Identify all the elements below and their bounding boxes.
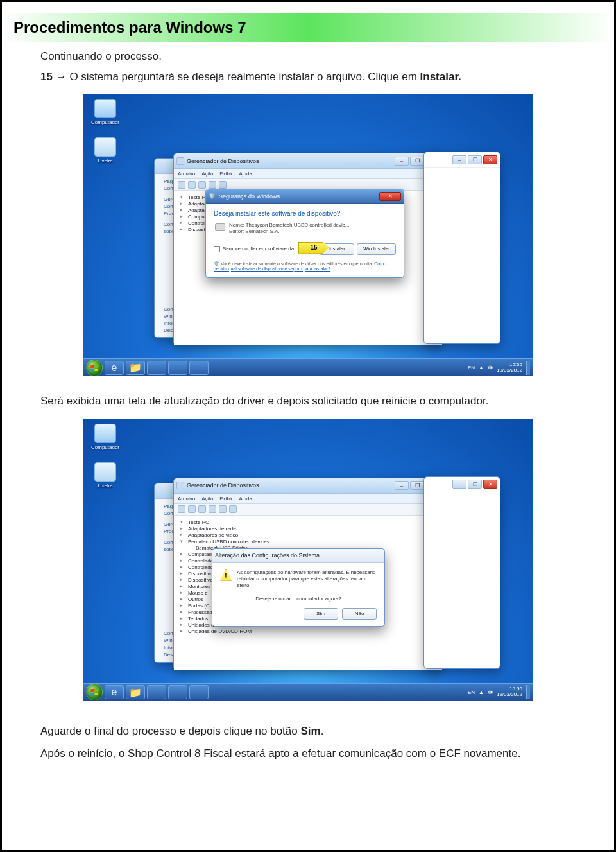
maximize-button[interactable]: ❐ bbox=[410, 157, 424, 166]
intro-paragraph: Continuando o processo. bbox=[40, 48, 576, 65]
computer-icon bbox=[94, 424, 116, 443]
menu-item[interactable]: Arquivo bbox=[178, 496, 195, 501]
menu-item[interactable]: Arquivo bbox=[178, 171, 195, 177]
menu-item[interactable]: Exibir bbox=[219, 496, 232, 501]
taskbar-button-app[interactable] bbox=[147, 361, 166, 375]
taskbar-button-explorer[interactable]: 📁 bbox=[126, 685, 145, 699]
window-toolbar[interactable] bbox=[174, 504, 442, 516]
window-menubar[interactable]: Arquivo Ação Exibir Ajuda bbox=[174, 494, 442, 504]
section-title-bar: Procedimentos para Windows 7 bbox=[2, 13, 614, 42]
dialog-titlebar[interactable]: Alteração das Configurações do Sistema bbox=[212, 549, 384, 563]
start-button[interactable] bbox=[86, 360, 103, 376]
tray-clock[interactable]: 15:55 19/03/2012 bbox=[497, 362, 522, 374]
taskbar-button-app[interactable] bbox=[168, 361, 187, 375]
blank-window[interactable]: –❐✕ bbox=[424, 476, 501, 669]
step-arrow: → bbox=[53, 71, 69, 83]
toolbar-icon[interactable] bbox=[209, 181, 216, 189]
checkbox-icon[interactable] bbox=[214, 246, 220, 252]
taskbar-button-explorer[interactable]: 📁 bbox=[126, 361, 145, 375]
end-paragraph-2: Após o reinício, o Shop Control 8 Fiscal… bbox=[40, 745, 576, 762]
window-titlebar[interactable]: Gerenciador de Dispositivos –❐✕ bbox=[174, 153, 442, 169]
yes-button[interactable]: Sim bbox=[304, 608, 338, 620]
driver-icon bbox=[215, 223, 225, 231]
step-text: O sistema perguntará se deseja realmente… bbox=[69, 71, 420, 83]
toolbar-icon[interactable] bbox=[178, 505, 185, 513]
minimize-button[interactable]: – bbox=[395, 481, 409, 490]
window-title: Gerenciador de Dispositivos bbox=[187, 482, 259, 489]
windows-logo-icon bbox=[90, 365, 98, 371]
menu-item[interactable]: Ajuda bbox=[239, 171, 252, 177]
taskbar[interactable]: e 📁 EN ▲ 🕪 15:56 19/03/2012 bbox=[83, 683, 533, 701]
tray-lang[interactable]: EN bbox=[468, 365, 475, 370]
taskbar[interactable]: e 📁 EN ▲ 🕪 15:55 19/03/2012 bbox=[83, 358, 533, 376]
toolbar-icon[interactable] bbox=[198, 181, 206, 189]
section-title: Procedimentos para Windows 7 bbox=[13, 19, 246, 37]
shield-icon: 🛡️ bbox=[214, 261, 221, 266]
blank-window[interactable]: –❐✕ bbox=[424, 152, 501, 344]
taskbar-button-app[interactable] bbox=[168, 685, 187, 699]
tray-icon[interactable]: 🕪 bbox=[488, 690, 493, 695]
tray-icon[interactable]: ▲ bbox=[479, 690, 484, 695]
desktop-icon-trash[interactable]: Lixeira bbox=[87, 462, 123, 489]
toolbar-icon[interactable] bbox=[229, 505, 237, 513]
tray-icon[interactable]: ▲ bbox=[479, 365, 484, 370]
window-titlebar[interactable]: Gerenciador de Dispositivos –❐✕ bbox=[174, 478, 442, 494]
toolbar-icon[interactable] bbox=[188, 505, 196, 513]
start-button[interactable] bbox=[86, 684, 103, 700]
dont-install-button[interactable]: Não Instalar bbox=[357, 243, 396, 255]
screenshot-2-wrap: Computador Lixeira –❐✕ Página Cont Gere … bbox=[2, 419, 614, 701]
window-title: Gerenciador de Dispositivos bbox=[187, 158, 259, 164]
tree-node[interactable]: Adaptadores de rede bbox=[179, 526, 437, 532]
dialog-question: Deseja instalar este software de disposi… bbox=[214, 210, 396, 217]
toolbar-icon[interactable] bbox=[209, 505, 216, 513]
trust-checkbox[interactable]: Sempre confiar em software da bbox=[214, 246, 294, 252]
dialog-titlebar[interactable]: 🛡️Segurança do Windows ✕ bbox=[206, 189, 404, 204]
tray-clock[interactable]: 15:56 19/03/2012 bbox=[497, 686, 522, 698]
restart-dialog[interactable]: Alteração das Configurações do Sistema !… bbox=[212, 548, 385, 627]
windows-logo-icon bbox=[90, 689, 98, 695]
taskbar-button-ie[interactable]: e bbox=[105, 685, 124, 699]
step-15-paragraph: 15 → O sistema perguntará se deseja real… bbox=[40, 69, 576, 85]
toolbar-icon[interactable] bbox=[219, 505, 227, 513]
tree-node[interactable]: Bematech USBD controlled devices bbox=[179, 539, 437, 545]
trash-icon bbox=[94, 137, 116, 157]
toolbar-icon[interactable] bbox=[219, 181, 227, 189]
menu-item[interactable]: Ajuda bbox=[239, 496, 252, 501]
driver-info: Nome: Thesycon Bematech USBD controlled … bbox=[229, 222, 396, 236]
window-titlebar[interactable]: –❐✕ bbox=[424, 152, 500, 168]
menu-item[interactable]: Ação bbox=[201, 496, 213, 501]
taskbar-button-app[interactable] bbox=[189, 361, 209, 375]
toolbar-icon[interactable] bbox=[198, 505, 206, 513]
security-dialog[interactable]: 🛡️Segurança do Windows ✕ Deseja instalar… bbox=[205, 189, 404, 278]
desktop-icon-trash[interactable]: Lixeira bbox=[87, 137, 123, 164]
window-menubar[interactable]: Arquivo Ação Exibir Ajuda bbox=[174, 169, 442, 179]
tray-lang[interactable]: EN bbox=[468, 690, 475, 695]
close-button[interactable]: ✕ bbox=[379, 192, 401, 201]
taskbar-button-app[interactable] bbox=[147, 685, 166, 699]
menu-item[interactable]: Exibir bbox=[219, 171, 232, 177]
minimize-button[interactable]: – bbox=[395, 157, 409, 166]
taskbar-button-ie[interactable]: e bbox=[105, 361, 124, 375]
desktop-icon-computer[interactable]: Computador bbox=[87, 99, 123, 125]
desktop-icon-computer[interactable]: Computador bbox=[87, 424, 123, 450]
toolbar-icon[interactable] bbox=[188, 181, 196, 189]
show-desktop-button[interactable] bbox=[526, 361, 530, 375]
menu-item[interactable]: Ação bbox=[201, 171, 213, 177]
desktop-icon-label: Computador bbox=[87, 444, 123, 450]
desktop-icon-label: Lixeira bbox=[87, 483, 123, 489]
show-desktop-button[interactable] bbox=[526, 685, 530, 699]
tray-icon[interactable]: 🕪 bbox=[488, 365, 493, 370]
tree-root[interactable]: Teste-PC bbox=[179, 519, 437, 526]
tree-node[interactable]: Unidades de DVD/CD-ROM bbox=[179, 629, 437, 635]
maximize-button[interactable]: ❐ bbox=[410, 481, 424, 490]
no-button[interactable]: Não bbox=[342, 608, 377, 620]
screenshot-2: Computador Lixeira –❐✕ Página Cont Gere … bbox=[83, 419, 533, 701]
taskbar-button-app[interactable] bbox=[189, 685, 209, 699]
computer-icon bbox=[94, 99, 116, 118]
callout-label: 15 bbox=[310, 244, 317, 251]
body-text-block-3: Aguarde o final do processo e depois cli… bbox=[2, 711, 614, 762]
tree-node[interactable]: Adaptadores de vídeo bbox=[179, 532, 437, 539]
toolbar-icon[interactable] bbox=[178, 181, 185, 189]
warning-text: ! As configurações do hardware foram alt… bbox=[220, 569, 377, 589]
step-bold: Instalar. bbox=[420, 71, 461, 83]
